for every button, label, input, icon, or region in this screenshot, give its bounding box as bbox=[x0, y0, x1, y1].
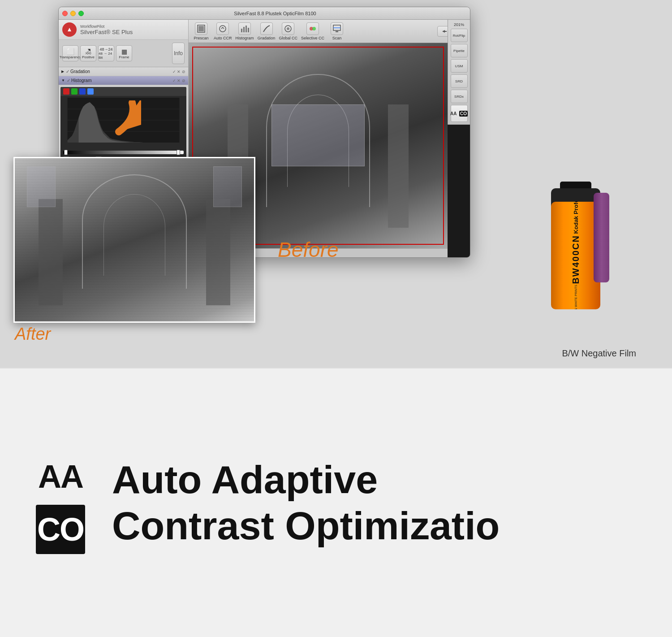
auto-ccr-label: Auto CCR bbox=[214, 36, 232, 40]
co-cell: CO bbox=[36, 505, 85, 554]
film-brand-label: Kodak Professional bbox=[573, 202, 579, 234]
right-toolbar: 201% Rot/Flip Pipette USM SRD SRDx bbox=[448, 20, 470, 125]
left-panel-header: WorkflowPilot SilverFast® SE Plus bbox=[59, 20, 188, 40]
rot-flip-button[interactable]: Rot/Flip bbox=[451, 29, 468, 42]
histogram-label: Histogram bbox=[236, 36, 254, 40]
aaco-title-line1: Auto Adaptive bbox=[112, 459, 500, 500]
auto-ccr-tool[interactable]: Auto CCR bbox=[214, 22, 232, 40]
gradation-icon bbox=[260, 22, 273, 35]
global-cc-icon bbox=[282, 22, 294, 35]
srd-button[interactable]: SRD bbox=[451, 74, 468, 88]
green-swatch[interactable] bbox=[71, 88, 78, 95]
positive-button[interactable]: 🏖 Positive bbox=[80, 45, 96, 61]
aaco-bottom-row: CO bbox=[36, 505, 85, 554]
film-canister: C-41 Kodak Professional BW400CN FILM FOR… bbox=[542, 188, 614, 323]
film-cap bbox=[594, 193, 609, 282]
scan-icon bbox=[331, 22, 343, 35]
svg-point-16 bbox=[287, 27, 289, 30]
histogram-row[interactable]: ▼ ✓ Histogram ✓ ✕ ⊘ bbox=[59, 76, 188, 85]
blue-swatch[interactable] bbox=[79, 88, 86, 95]
bw-negative-label: B/W Negative Film bbox=[562, 348, 636, 359]
after-image: After bbox=[13, 157, 255, 323]
left-toolbar: ⬜ Transparency 🏖 Positive 48→24 48 → 24 … bbox=[59, 40, 188, 67]
frame-button[interactable]: ▦ Frame bbox=[116, 45, 132, 61]
scan-label: Scan bbox=[332, 36, 342, 40]
pipette-button[interactable]: Pipette bbox=[451, 44, 468, 57]
aaco-button[interactable]: AA CO bbox=[451, 105, 468, 122]
red-swatch[interactable] bbox=[63, 88, 69, 95]
prescan-label: Prescan bbox=[194, 36, 208, 40]
svg-point-18 bbox=[312, 27, 316, 30]
global-cc-tool[interactable]: Global CC bbox=[279, 22, 298, 40]
aaco-top-row: AA bbox=[36, 452, 85, 501]
bit-depth-button[interactable]: 48→24 48 → 24 Bit bbox=[98, 45, 114, 61]
svg-rect-13 bbox=[246, 26, 247, 32]
aa-text: AA bbox=[38, 460, 83, 493]
mac-window-buttons bbox=[62, 11, 84, 16]
histogram-toolbar bbox=[60, 87, 186, 96]
minimize-button[interactable] bbox=[70, 11, 76, 16]
after-pillar-left bbox=[39, 199, 62, 305]
histogram-area bbox=[60, 96, 186, 150]
aaco-title-line2: Contrast Optimizatio bbox=[112, 505, 500, 546]
gradation-tool[interactable]: Gradation bbox=[258, 22, 276, 40]
prescan-icon bbox=[195, 22, 207, 35]
aaco-logo: AA CO bbox=[36, 452, 85, 554]
svg-point-10 bbox=[220, 26, 226, 32]
global-cc-label: Global CC bbox=[279, 36, 298, 40]
share-icon bbox=[441, 28, 448, 35]
window-title: SilverFast 8.8 Plustek OpticFilm 8100 bbox=[84, 11, 466, 16]
film-name-label: BW400CN bbox=[571, 235, 581, 284]
selective-cc-label: Selective CC bbox=[301, 36, 324, 40]
workflow-pilot-icon bbox=[62, 22, 77, 37]
zoom-level: 201% bbox=[454, 22, 464, 27]
aaco-description: Auto Adaptive Contrast Optimizatio bbox=[112, 459, 500, 546]
svg-rect-9 bbox=[198, 26, 204, 31]
tonal-range-slider[interactable] bbox=[63, 151, 184, 154]
orange-arrow-overlay bbox=[83, 100, 141, 136]
highlight-handle[interactable] bbox=[177, 150, 180, 155]
usm-button[interactable]: USM bbox=[451, 59, 468, 73]
film-body: C-41 Kodak Professional BW400CN FILM FOR… bbox=[551, 202, 600, 309]
transparency-button[interactable]: ⬜ Transparency bbox=[62, 45, 78, 61]
aa-cell: AA bbox=[36, 452, 85, 501]
gradation-label: Gradation bbox=[258, 36, 276, 40]
prescan-tool[interactable]: Prescan bbox=[192, 22, 210, 40]
scan-tool[interactable]: Scan bbox=[328, 22, 346, 40]
main-toolbar: Prescan Auto CCR Histogram bbox=[189, 20, 470, 43]
after-label: After bbox=[15, 325, 51, 344]
info-label: Info bbox=[174, 50, 183, 56]
info-button[interactable]: Info bbox=[172, 43, 185, 64]
histogram-icon bbox=[238, 22, 251, 35]
svg-rect-11 bbox=[241, 29, 242, 32]
svg-rect-12 bbox=[243, 27, 245, 32]
bottom-section: AA CO Auto Adaptive Contrast Optimizatio bbox=[0, 368, 672, 637]
gradation-row[interactable]: ▶ ✓ Gradation ✓ ✕ ⊘ bbox=[59, 67, 188, 76]
top-section: SilverFast 8.8 Plustek OpticFilm 8100 Wo… bbox=[0, 0, 672, 368]
film-type-label: FILM FOR BLACK & WHITE PRINTS bbox=[574, 285, 577, 309]
maximize-button[interactable] bbox=[78, 11, 84, 16]
auto-ccr-icon bbox=[216, 22, 229, 35]
srdx-button[interactable]: SRDx bbox=[451, 90, 468, 103]
after-pillar-right bbox=[206, 199, 230, 305]
histogram-tool[interactable]: Histogram bbox=[236, 22, 254, 40]
after-church-image bbox=[15, 158, 254, 321]
co-text: CO bbox=[37, 513, 84, 546]
all-swatch[interactable] bbox=[87, 88, 94, 95]
after-arch-inner bbox=[103, 194, 166, 276]
selective-cc-icon bbox=[306, 22, 319, 35]
before-label: Before bbox=[278, 238, 339, 262]
svg-rect-14 bbox=[248, 28, 249, 32]
after-side-window-left bbox=[27, 166, 56, 207]
svg-rect-21 bbox=[336, 30, 338, 32]
after-side-window-right bbox=[213, 166, 242, 207]
silverfast-logo: SilverFast® SE Plus bbox=[80, 29, 133, 35]
close-button[interactable] bbox=[62, 11, 68, 16]
shadow-handle[interactable] bbox=[64, 150, 68, 155]
mac-titlebar: SilverFast 8.8 Plustek OpticFilm 8100 bbox=[59, 7, 470, 20]
workflow-pilot-label: WorkflowPilot bbox=[80, 24, 133, 29]
selective-cc-tool[interactable]: Selective CC bbox=[301, 22, 324, 40]
